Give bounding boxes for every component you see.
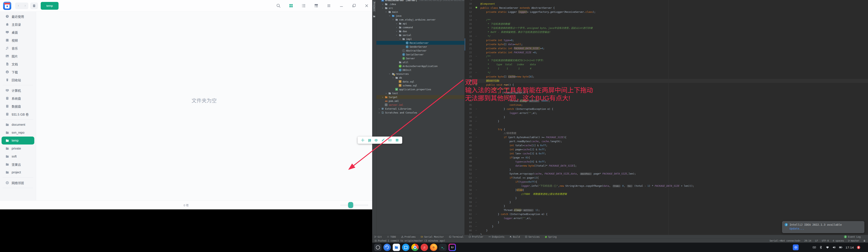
sidebar-item-volume[interactable]: 931.5 GB 卷: [2, 110, 34, 118]
tree-item-pom-xml[interactable]: mpom.xml: [376, 99, 464, 103]
chevron-right-icon[interactable]: ›: [381, 3, 384, 6]
tree-item-server-iml[interactable]: server.iml: [376, 103, 464, 107]
git-branch[interactable]: master: [848, 240, 859, 242]
tray-battery-icon[interactable]: [839, 246, 842, 249]
spring-gutter-icon[interactable]: [475, 6, 477, 8]
tree-item--idea[interactable]: ›.idea: [376, 2, 464, 6]
icon-size-slider[interactable]: [341, 202, 368, 208]
tree-item-arduinoserver-server-[interactable]: ArduinoServer [Server]/datadisk/data/pri…: [376, 0, 464, 2]
move-icon[interactable]: [361, 138, 365, 142]
tray-keyboard-icon[interactable]: [812, 246, 816, 249]
tree-item-test[interactable]: ›test: [376, 91, 464, 95]
sidebar-item-project[interactable]: project: [2, 168, 34, 176]
toolwindow-terminal[interactable]: Terminal: [449, 235, 464, 238]
tree-item-command[interactable]: ›command: [376, 25, 464, 29]
sidebar-item-downloads[interactable]: 下载: [2, 68, 34, 76]
taskbar-app-terminal[interactable]: >_: [439, 244, 446, 251]
chevron-down-icon[interactable]: ›: [392, 76, 395, 79]
chevron-right-icon[interactable]: ›: [381, 96, 384, 99]
chevron-right-icon[interactable]: ›: [396, 30, 398, 33]
file-encoding[interactable]: UTF-8: [822, 240, 829, 242]
sidebar-item-home[interactable]: 主目录: [2, 20, 34, 28]
tree-item-scratches-and-consoles[interactable]: ›Scratches and Consoles: [376, 111, 464, 115]
indent-style[interactable]: 4 spaces: [833, 240, 844, 242]
toolwindow-spring[interactable]: Spring: [545, 235, 557, 238]
detail-view-icon[interactable]: [314, 3, 319, 8]
sidebar-item-network[interactable]: 网络邻居: [2, 179, 34, 187]
toolwindow-profiler[interactable]: Profiler: [468, 235, 483, 238]
back-icon[interactable]: [15, 2, 22, 9]
toolwindow-serial[interactable]: Serial Monitor: [421, 235, 444, 238]
chevron-down-icon[interactable]: ›: [381, 7, 384, 9]
taskbar-app-music[interactable]: ♫: [421, 244, 428, 251]
tree-item-data-sql[interactable]: Sdata.sql: [376, 80, 464, 84]
sidebar-item-recent[interactable]: 最近使用: [2, 12, 34, 20]
tab-temp[interactable]: temp: [41, 2, 59, 10]
toolwindow-build[interactable]: Build: [509, 235, 520, 238]
folder-view[interactable]: 文件夹为空: [36, 11, 372, 200]
event-log-button[interactable]: 2Event Log: [844, 235, 861, 238]
tray-network-icon[interactable]: [826, 246, 829, 249]
tree-item-com-xtxbyj-arduino-server[interactable]: ›com.xtxbyj.arduino.server: [376, 18, 464, 22]
tray-volume-icon[interactable]: [832, 246, 836, 249]
tree-item-application-properties[interactable]: ⚙application.properties: [376, 87, 464, 91]
code-editor[interactable]: 910@Component11public class ReceiveServe…: [464, 0, 868, 235]
input-method-toolbar[interactable]: 拼中: [358, 136, 402, 144]
tree-item-util[interactable]: util: [376, 60, 464, 64]
tree-item-main[interactable]: ›main: [376, 10, 464, 14]
toolwindow-git[interactable]: Git: [374, 235, 382, 238]
chevron-right-icon[interactable]: ›: [396, 26, 398, 29]
tree-item-serialserver[interactable]: CSerialServer: [376, 53, 464, 56]
taskbar-app-file-manager[interactable]: [393, 244, 400, 251]
update-link[interactable]: Update...: [789, 227, 862, 230]
lock-icon[interactable]: [863, 240, 866, 242]
sidebar-item-temp[interactable]: temp: [2, 136, 34, 145]
close-icon[interactable]: [364, 3, 369, 8]
language-icon[interactable]: 中: [374, 138, 378, 143]
tree-item-senderserver[interactable]: CSenderServer: [376, 45, 464, 49]
tree-item-schema-sql[interactable]: Sschema.sql: [376, 84, 464, 87]
maximize-icon[interactable]: [352, 3, 356, 8]
caret-position[interactable]: 29:14: [804, 240, 811, 242]
minimize-icon[interactable]: [339, 3, 344, 8]
tree-item-receiveserver[interactable]: CReceiveServer: [376, 41, 464, 45]
sidebar-item-trash[interactable]: 回收站: [2, 76, 34, 84]
tree-item-serial[interactable]: ›serial: [376, 33, 464, 37]
chevron-down-icon[interactable]: ›: [385, 11, 388, 13]
tree-item-server[interactable]: IServer: [376, 56, 464, 60]
grid-view-icon[interactable]: [289, 3, 293, 8]
notification-center-badge[interactable]: [857, 246, 860, 249]
taskbar-app-firefox[interactable]: [430, 244, 437, 251]
serial-status[interactable]: Serial:<Not connected>: [770, 240, 800, 242]
tree-item-arduinoserverapplication[interactable]: ▸ArduinoServerApplication: [376, 64, 464, 68]
toolwindow-endpoints[interactable]: Endpoints: [488, 235, 504, 238]
chevron-right-icon[interactable]: ›: [378, 111, 380, 114]
tree-item-java[interactable]: ›java: [376, 14, 464, 18]
keyboard-icon[interactable]: [388, 138, 392, 142]
chevron-right-icon[interactable]: ›: [378, 107, 380, 110]
tree-item-external-libraries[interactable]: ›External Libraries: [376, 107, 464, 111]
taskbar-app-idea[interactable]: IJ: [448, 244, 456, 251]
sidebar-item-private[interactable]: private: [2, 145, 34, 152]
chevron-right-icon[interactable]: ›: [385, 92, 387, 95]
chevron-down-icon[interactable]: ›: [395, 34, 398, 36]
tree-item-api[interactable]: ›api: [376, 22, 464, 25]
chevron-down-icon[interactable]: ›: [392, 19, 395, 21]
menu-icon[interactable]: [327, 3, 331, 8]
sidebar-item-music[interactable]: 音乐: [2, 44, 34, 52]
taskbar-app-browser[interactable]: [383, 244, 391, 251]
search-icon[interactable]: [276, 3, 281, 8]
sidebar-item-documents[interactable]: 文档: [2, 60, 34, 68]
structure-icon[interactable]: [373, 15, 375, 18]
tree-item-target[interactable]: ›target: [376, 95, 464, 99]
sidebar-item-svn-repo[interactable]: svn_repo: [2, 129, 34, 136]
sidebar-item-pictures[interactable]: 图片: [2, 52, 34, 60]
tab-project[interactable]: Project: [373, 1, 376, 12]
taskbar-app-chrome[interactable]: [411, 244, 419, 251]
tray-input-method[interactable]: 中: [793, 245, 799, 250]
edit-icon[interactable]: [381, 138, 385, 142]
sidebar-item-system-disk[interactable]: 系统盘: [2, 94, 34, 102]
taskbar-app-launcher[interactable]: [374, 244, 381, 251]
taskbar-app-app-store[interactable]: [402, 244, 409, 251]
chevron-down-icon[interactable]: ›: [399, 38, 402, 40]
